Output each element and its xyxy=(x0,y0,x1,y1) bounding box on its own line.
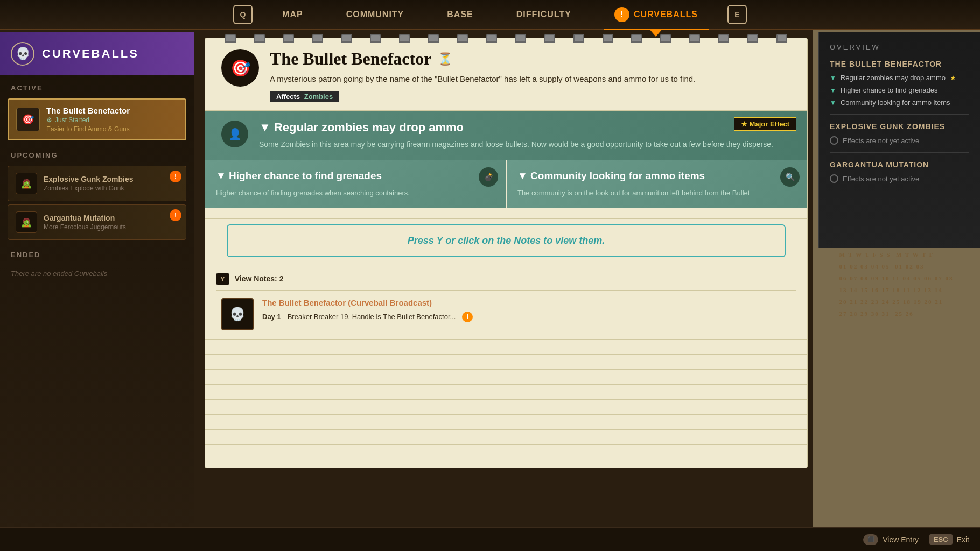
y-key[interactable]: Y xyxy=(216,273,229,285)
ring xyxy=(603,34,613,43)
notebook: 🎯 The Bullet Benefactor ⏳ A mysterious p… xyxy=(205,38,808,468)
notebook-rings xyxy=(205,34,807,43)
ov-arrow-icon: ▼ xyxy=(830,99,836,107)
ov-explosive-status-text: Effects are not yet active xyxy=(843,137,919,145)
ring xyxy=(718,34,729,43)
ring xyxy=(254,34,265,43)
ring xyxy=(486,34,497,43)
affects-badge: Affects Zombies xyxy=(270,91,339,102)
broadcast-skull-icon: 💀 xyxy=(221,298,254,330)
exit-label: Exit xyxy=(957,535,969,544)
gargantua-icon: 🧟 xyxy=(16,211,37,233)
explosive-gunk-alert: ! xyxy=(170,171,181,182)
ov-divider xyxy=(830,114,969,115)
gargantua-name: Gargantua Mutation xyxy=(44,214,178,222)
overview-panel: OVERVIEW THE BULLET BENEFACTOR ▼ Regular… xyxy=(818,32,980,248)
explosive-gunk-desc: Zombies Explode with Gunk xyxy=(44,185,178,192)
ring xyxy=(457,34,468,43)
minor-effect-grenades: 💣 ▼ Higher chance to find grenades Highe… xyxy=(205,160,507,208)
major-effect-section: 👤 ▼ Regular zombies may drop ammo Some Z… xyxy=(205,111,807,160)
ring xyxy=(689,34,700,43)
controller-icon: ⬛ xyxy=(863,534,878,545)
affects-value: Zombies xyxy=(304,93,333,101)
minor-effect-community-desc: The community is on the look out for amm… xyxy=(517,188,796,199)
upcoming-item-gargantua[interactable]: 🧟 Gargantua Mutation More Ferocious Jugg… xyxy=(8,204,186,240)
view-notes-bar: Y View Notes: 2 xyxy=(216,273,796,291)
ring xyxy=(515,34,526,43)
bullet-benefactor-status: ⚙ Just Started xyxy=(46,116,178,124)
ov-circle-icon xyxy=(830,136,838,145)
major-badge: ★ Major Effect xyxy=(734,117,796,131)
ov-divider-2 xyxy=(830,152,969,153)
curveball-description: A mysterious patron going by the name of… xyxy=(270,73,695,86)
bottom-bar: ⬛ View Entry ESC Exit xyxy=(0,527,980,551)
ring xyxy=(631,34,642,43)
ring xyxy=(312,34,323,43)
main-content: 🎯 The Bullet Benefactor ⏳ A mysterious p… xyxy=(205,32,813,551)
gargantua-desc: More Ferocious Juggernauts xyxy=(44,223,178,231)
broadcast-item[interactable]: 💀 The Bullet Benefactor (Curveball Broad… xyxy=(216,291,796,338)
notes-prompt[interactable]: Press Y or click on the Notes to view th… xyxy=(227,224,786,257)
bullet-benefactor-name: The Bullet Benefactor xyxy=(46,106,178,115)
ring xyxy=(544,34,555,43)
active-section-label: ACTIVE xyxy=(0,75,194,96)
explosive-gunk-icon: 🧟 xyxy=(16,173,37,194)
view-notes-label: View Notes: 2 xyxy=(235,274,284,283)
explosive-gunk-name: Explosive Gunk Zombies xyxy=(44,175,178,183)
notes-prompt-text: Press Y or click on the Notes to view th… xyxy=(408,235,605,246)
view-entry-label: View Entry xyxy=(883,535,919,544)
gargantua-alert: ! xyxy=(170,209,181,221)
broadcast-title: The Bullet Benefactor (Curveball Broadca… xyxy=(262,298,791,307)
upcoming-item-explosive-gunk[interactable]: 🧟 Explosive Gunk Zombies Zombies Explode… xyxy=(8,166,186,201)
nav-item-base[interactable]: Base xyxy=(425,0,494,29)
e-key[interactable]: E xyxy=(727,5,747,24)
sidebar: 💀 CURVEBALLS ACTIVE 🎯 The Bullet Benefac… xyxy=(0,32,194,549)
ended-text: There are no ended Curveballs xyxy=(0,263,194,284)
ring xyxy=(399,34,410,43)
clock-icon: ⚙ xyxy=(46,116,52,124)
nav-item-curveballs[interactable]: ! Curveballs xyxy=(593,0,719,29)
minor-effect-community-title: ▼ Community looking for ammo items xyxy=(517,169,796,183)
exit-action[interactable]: ESC Exit xyxy=(929,534,969,545)
ring xyxy=(341,34,352,43)
bullet-benefactor-desc: Easier to Find Ammo & Guns xyxy=(46,125,178,133)
major-effect-desc: Some Zombies in this area may be carryin… xyxy=(259,139,773,150)
nav-bar: Q Map Community Base Difficulty ! Curveb… xyxy=(0,0,980,30)
community-icon: 🔍 xyxy=(780,167,800,187)
ring xyxy=(428,34,439,43)
major-effect-title: ▼ Regular zombies may drop ammo xyxy=(259,121,773,135)
curveball-badge-icon: 🎯 xyxy=(221,49,259,87)
nav-item-community[interactable]: Community xyxy=(325,0,426,29)
ov-circle-icon-2 xyxy=(830,174,838,183)
overview-title: OVERVIEW xyxy=(830,43,969,51)
curveball-title: The Bullet Benefactor xyxy=(270,49,431,69)
q-key[interactable]: Q xyxy=(233,5,253,24)
major-effect-icon: 👤 xyxy=(221,121,248,147)
minor-effect-community: 🔍 ▼ Community looking for ammo items The… xyxy=(507,160,807,208)
hourglass-icon: ⏳ xyxy=(438,52,452,66)
ov-gargantua-status: Effects are not yet active xyxy=(830,174,969,183)
minor-effect-grenades-desc: Higher chance of finding grenades when s… xyxy=(216,188,495,199)
upcoming-section-label: UPCOMING xyxy=(0,143,194,164)
ov-item-community: ▼ Community looking for ammo items xyxy=(830,98,969,107)
ov-item-grenades: ▼ Higher chance to find grenades xyxy=(830,86,969,94)
active-item-bullet-benefactor[interactable]: 🎯 The Bullet Benefactor ⚙ Just Started E… xyxy=(8,98,186,140)
ov-grenades-text: Higher chance to find grenades xyxy=(841,86,938,94)
affects-label: Affects xyxy=(276,93,300,101)
ov-gargantua-title: GARGANTUA MUTATION xyxy=(830,160,969,169)
ring xyxy=(370,34,381,43)
view-entry-action[interactable]: ⬛ View Entry xyxy=(863,534,919,545)
skull-icon: 💀 xyxy=(11,42,34,66)
info-icon: i xyxy=(462,312,473,322)
nav-item-difficulty[interactable]: Difficulty xyxy=(495,0,593,29)
minor-effects-row: 💣 ▼ Higher chance to find grenades Highe… xyxy=(205,160,807,208)
ring xyxy=(747,34,758,43)
ov-explosive-title: EXPLOSIVE GUNK ZOMBIES xyxy=(830,122,969,131)
nav-item-map[interactable]: Map xyxy=(261,0,325,29)
minor-effect-grenades-title: ▼ Higher chance to find grenades xyxy=(216,169,495,183)
grenade-icon: 💣 xyxy=(479,167,498,187)
ov-item-ammo: ▼ Regular zombies may drop ammo ★ xyxy=(830,74,969,82)
ov-bullet-title: THE BULLET BENEFACTOR xyxy=(830,60,969,68)
ov-community-text: Community looking for ammo items xyxy=(841,98,950,107)
esc-key[interactable]: ESC xyxy=(929,534,953,545)
